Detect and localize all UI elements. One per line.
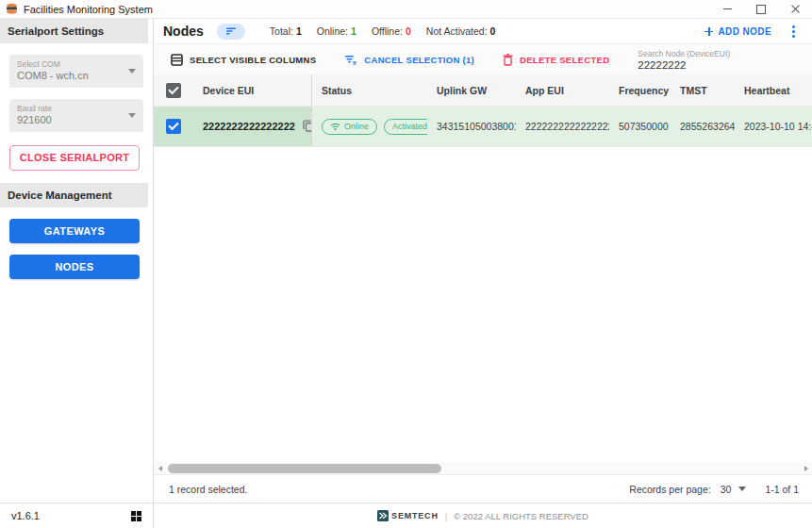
cancel-selection-button[interactable]: CANCEL SELECTION (1) (344, 54, 474, 66)
close-icon[interactable] (778, 0, 812, 18)
statusbar-right: SEMTECH | © 2022 ALL RIGHTS RESERVED (154, 503, 812, 528)
stat-total: Total:1 (270, 25, 302, 37)
window-titlebar: Facilities Monitoring System (0, 0, 812, 19)
copyright-text: © 2022 ALL RIGHTS RESERVED (454, 511, 588, 521)
sidebar-content: Serialport Settings Select COM COM8 - wc… (0, 19, 153, 503)
column-header-uplink-gw[interactable]: Uplink GW (427, 74, 516, 106)
online-badge: Online (322, 119, 377, 135)
page-title: Nodes (163, 24, 204, 39)
main-panel: Nodes Total:1 Online:1 Offline:0 Not Act… (154, 19, 812, 528)
records-per-page-label: Records per page: (629, 484, 710, 495)
column-header-status[interactable]: Status (312, 74, 427, 106)
tmst-cell: 2855263264 (671, 107, 735, 146)
semtech-brand: SEMTECH (377, 510, 439, 521)
row-checkbox-cell (154, 107, 193, 146)
search-node-label: Search Node (DeviceEUI) (638, 49, 781, 58)
heartbeat-cell: 2023-10-10 14:47:0 (735, 107, 812, 146)
columns-icon (171, 54, 183, 66)
stat-offline: Offline:0 (372, 25, 411, 37)
more-options-icon[interactable] (788, 24, 799, 40)
stat-not-activated: Not Activated:0 (426, 25, 496, 37)
select-all-checkbox[interactable] (166, 83, 181, 98)
baud-rate-value: 921600 (17, 114, 136, 125)
page-range-text: 1-1 of 1 (765, 484, 799, 495)
search-node-input[interactable]: Search Node (DeviceEUI) 22222222 (638, 49, 781, 71)
sidebar: Serialport Settings Select COM COM8 - wc… (0, 19, 154, 528)
select-com-dropdown[interactable]: Select COM COM8 - wch.cn (9, 55, 143, 88)
table-toolbar: SELECT VISIBLE COLUMNS CANCEL SELECTION … (154, 44, 812, 74)
chevron-down-icon (128, 69, 136, 74)
device-management-header: Device Management (0, 183, 148, 207)
column-header-heartbeat[interactable]: Heartbeat (735, 74, 812, 106)
copy-icon[interactable] (303, 120, 312, 134)
select-com-value: COM8 - wch.cn (17, 70, 136, 81)
scrollbar-track[interactable] (166, 462, 800, 474)
sort-lines-icon (225, 26, 237, 36)
scroll-left-icon[interactable] (154, 462, 166, 474)
device-eui-cell: 2222222222222222 (193, 107, 312, 146)
status-cell: Online Activated (312, 107, 427, 146)
records-per-page-value: 30 (721, 484, 732, 495)
table-header: Device EUI Status Uplink GW App EUI Freq… (154, 74, 812, 107)
baud-rate-dropdown[interactable]: Baud rate 921600 (9, 99, 143, 132)
maximize-icon[interactable] (744, 0, 778, 18)
column-header-app-eui[interactable]: App EUI (516, 74, 609, 106)
separator: | (445, 511, 447, 521)
column-header-tmst[interactable]: TMST (671, 74, 735, 106)
brand-name: SEMTECH (391, 511, 439, 520)
app-eui-cell: 2222222222222222 (516, 107, 609, 146)
serialport-settings-header: Serialport Settings (0, 19, 148, 43)
records-per-page-select[interactable]: 30 (721, 484, 747, 495)
app-icon (6, 3, 18, 15)
row-checkbox[interactable] (166, 119, 181, 134)
table-empty-area (154, 147, 812, 462)
activated-badge: Activated (384, 119, 427, 135)
stat-online: Online:1 (317, 25, 356, 37)
pagination: Records per page: 30 1-1 of 1 (629, 484, 799, 495)
select-visible-columns-button[interactable]: SELECT VISIBLE COLUMNS (171, 54, 316, 66)
frequency-cell: 507350000 (609, 107, 671, 146)
selected-count-text: 1 record selected. (169, 484, 247, 495)
app-window: Facilities Monitoring System Serialport … (0, 0, 812, 528)
add-node-button[interactable]: ADD NODE (704, 26, 771, 37)
node-stats: Total:1 Online:1 Offline:0 Not Activated… (270, 25, 496, 37)
semtech-logo-icon (377, 510, 389, 521)
scrollbar-thumb[interactable] (168, 464, 441, 473)
apps-grid-icon[interactable] (131, 511, 141, 521)
column-header-device-eui[interactable]: Device EUI (193, 74, 312, 106)
nodes-button[interactable]: NODES (9, 255, 140, 279)
minimize-icon[interactable] (710, 0, 744, 18)
trash-icon (503, 54, 513, 66)
device-eui-value: 2222222222222222 (203, 121, 295, 132)
select-com-label: Select COM (17, 59, 136, 69)
baud-rate-label: Baud rate (17, 104, 136, 113)
uplink-gw-cell: 3431510500380014 (427, 107, 516, 146)
delete-selected-button[interactable]: DELETE SELECTED (503, 54, 609, 66)
close-serialport-button[interactable]: CLOSE SERIALPORT (9, 145, 140, 171)
table-row[interactable]: 2222222222222222 (154, 107, 812, 147)
wifi-icon (330, 123, 340, 131)
app-version: v1.6.1 (11, 510, 40, 521)
chevron-down-icon (738, 487, 746, 491)
filter-clear-icon (344, 54, 357, 66)
select-all-checkbox-cell (154, 74, 193, 106)
scroll-right-icon[interactable] (800, 462, 812, 474)
window-title: Facilities Monitoring System (24, 4, 153, 15)
search-node-value: 22222222 (638, 59, 781, 71)
chevron-down-icon (128, 113, 136, 118)
table-footer: 1 record selected. Records per page: 30 … (154, 474, 812, 503)
column-header-frequency[interactable]: Frequency (609, 74, 671, 106)
filter-sort-button[interactable] (217, 24, 245, 40)
gateways-button[interactable]: GATEWAYS (9, 219, 140, 243)
statusbar-left: v1.6.1 (0, 503, 153, 528)
window-controls (710, 0, 812, 18)
page-header: Nodes Total:1 Online:1 Offline:0 Not Act… (154, 19, 812, 44)
horizontal-scrollbar (154, 462, 812, 474)
plus-icon (704, 27, 713, 36)
